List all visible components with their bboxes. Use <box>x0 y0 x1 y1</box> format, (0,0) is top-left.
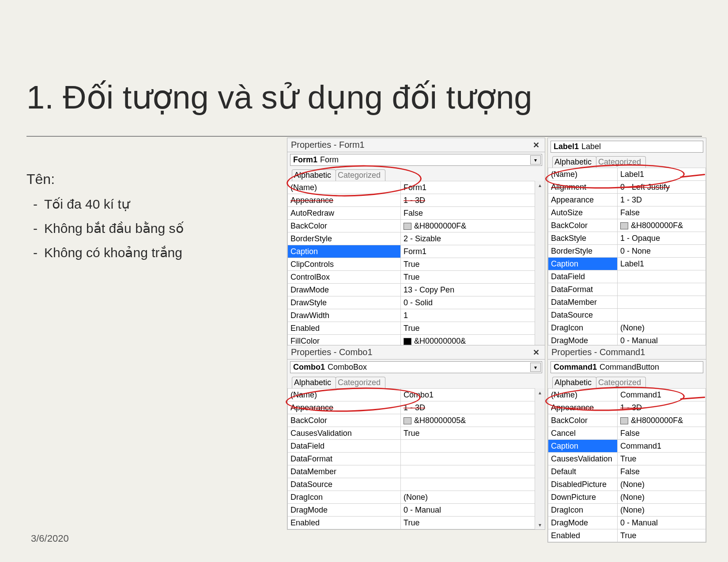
scrollbar[interactable]: ▴ ▾ <box>535 388 545 529</box>
property-row[interactable]: EnabledTrue <box>288 322 545 335</box>
property-value[interactable]: (None) <box>618 491 706 504</box>
property-value[interactable] <box>618 296 706 309</box>
property-row[interactable]: (Name)Label1 <box>548 168 706 181</box>
property-value[interactable]: &H8000000F& <box>618 414 706 427</box>
property-row[interactable]: CaptionForm1 <box>288 245 545 258</box>
property-value[interactable]: True <box>618 529 706 542</box>
property-value[interactable]: Form1 <box>401 181 545 194</box>
property-value[interactable]: (None) <box>618 322 706 334</box>
property-value[interactable]: Label1 <box>618 168 706 181</box>
property-value[interactable]: 1 - 3D <box>401 194 545 207</box>
tab-categorized[interactable]: Categorized <box>596 377 646 388</box>
property-row[interactable]: BackColor&H8000000F& <box>548 414 706 427</box>
property-row[interactable]: (Name)Command1 <box>548 389 706 401</box>
property-row[interactable]: BackStyle1 - Opaque <box>548 232 706 245</box>
property-value[interactable]: Command1 <box>618 440 706 453</box>
property-value[interactable]: 1 - 3D <box>618 401 706 414</box>
property-value[interactable] <box>618 283 706 296</box>
property-row[interactable]: DownPicture(None) <box>548 491 706 504</box>
property-value[interactable] <box>401 478 545 491</box>
scrollbar[interactable]: ▴ ▾ <box>535 181 545 360</box>
close-icon[interactable]: ✕ <box>531 348 541 357</box>
property-row[interactable]: DrawStyle0 - Solid <box>288 296 545 309</box>
property-value[interactable] <box>401 453 545 465</box>
property-value[interactable]: &H80000005& <box>401 414 545 427</box>
property-value[interactable]: (None) <box>618 504 706 517</box>
property-row[interactable]: DefaultFalse <box>548 465 706 478</box>
property-row[interactable]: Appearance1 - 3D <box>548 194 706 206</box>
property-value[interactable]: False <box>618 427 706 440</box>
property-row[interactable]: DataFormat <box>288 453 545 465</box>
property-grid[interactable]: (Name)Form1Appearance1 - 3DAutoRedrawFal… <box>287 181 545 360</box>
object-selector[interactable]: Label1 Label <box>551 141 703 153</box>
dropdown-icon[interactable]: ▾ <box>530 363 541 372</box>
property-row[interactable]: DragMode0 - Manual <box>548 517 706 529</box>
property-row[interactable]: ClipControlsTrue <box>288 258 545 271</box>
property-value[interactable]: (None) <box>618 478 706 491</box>
property-value[interactable]: True <box>401 322 545 335</box>
property-value[interactable]: 0 - None <box>618 245 706 258</box>
property-row[interactable]: BorderStyle0 - None <box>548 245 706 258</box>
property-row[interactable]: DisabledPicture(None) <box>548 478 706 491</box>
property-row[interactable]: BackColor&H8000000F& <box>288 220 545 232</box>
property-value[interactable] <box>618 270 706 283</box>
property-value[interactable]: &H8000000F& <box>618 219 706 232</box>
property-row[interactable]: CaptionCommand1 <box>548 440 706 453</box>
property-value[interactable] <box>401 440 545 453</box>
tab-alphabetic[interactable]: Alphabetic <box>292 169 336 181</box>
property-value[interactable]: True <box>401 427 545 440</box>
property-row[interactable]: Alignment0 - Left Justify <box>548 181 706 194</box>
property-row[interactable]: DataSource <box>288 478 545 491</box>
tab-alphabetic[interactable]: Alphabetic <box>552 156 596 168</box>
property-value[interactable]: 1 - 3D <box>401 401 545 414</box>
property-row[interactable]: EnabledTrue <box>288 517 545 529</box>
property-value[interactable]: (None) <box>401 491 545 504</box>
property-value[interactable] <box>618 309 706 322</box>
property-row[interactable]: DataSource <box>548 309 706 322</box>
property-row[interactable]: DataField <box>288 440 545 453</box>
property-value[interactable]: 0 - Solid <box>401 296 545 309</box>
scroll-up-icon[interactable]: ▴ <box>535 181 545 190</box>
property-value[interactable]: 2 - Sizable <box>401 232 545 245</box>
tab-categorized[interactable]: Categorized <box>336 377 385 388</box>
object-selector[interactable]: Combo1 ComboBox ▾ <box>290 361 542 373</box>
property-value[interactable]: False <box>618 465 706 478</box>
property-value[interactable]: True <box>401 517 545 529</box>
property-row[interactable]: ControlBoxTrue <box>288 271 545 284</box>
property-value[interactable]: False <box>401 207 545 220</box>
property-value[interactable]: True <box>401 258 545 271</box>
property-value[interactable]: True <box>618 453 706 465</box>
property-row[interactable]: CaptionLabel1 <box>548 258 706 270</box>
close-icon[interactable]: ✕ <box>531 140 541 150</box>
property-value[interactable]: 1 - Opaque <box>618 232 706 245</box>
property-value[interactable]: Form1 <box>401 245 545 258</box>
property-row[interactable]: DragMode0 - Manual <box>288 504 545 517</box>
property-row[interactable]: CausesValidationTrue <box>548 453 706 465</box>
property-value[interactable]: False <box>618 206 706 219</box>
property-row[interactable]: CancelFalse <box>548 427 706 440</box>
dropdown-icon[interactable]: ▾ <box>530 155 541 165</box>
property-row[interactable]: DragIcon(None) <box>548 504 706 517</box>
property-grid[interactable]: (Name)Combo1Appearance1 - 3DBackColor&H8… <box>287 388 545 529</box>
property-row[interactable]: DrawWidth1 <box>288 309 545 322</box>
property-grid[interactable]: (Name)Label1Alignment0 - Left JustifyApp… <box>548 168 706 360</box>
property-value[interactable]: 13 - Copy Pen <box>401 284 545 296</box>
property-row[interactable]: DataMember <box>288 465 545 478</box>
tab-alphabetic[interactable]: Alphabetic <box>292 377 336 388</box>
tab-categorized[interactable]: Categorized <box>596 156 646 168</box>
property-row[interactable]: DragIcon(None) <box>548 322 706 334</box>
property-value[interactable]: 1 <box>401 309 545 322</box>
property-value[interactable]: Command1 <box>618 389 706 401</box>
property-grid[interactable]: (Name)Command1Appearance1 - 3DBackColor&… <box>548 388 706 542</box>
object-selector[interactable]: Command1 CommandButton <box>551 361 703 373</box>
property-row[interactable]: Appearance1 - 3D <box>288 194 545 207</box>
property-row[interactable]: DataFormat <box>548 283 706 296</box>
tab-alphabetic[interactable]: Alphabetic <box>552 377 596 388</box>
property-row[interactable]: EnabledTrue <box>548 529 706 542</box>
property-row[interactable]: CausesValidationTrue <box>288 427 545 440</box>
scroll-up-icon[interactable]: ▴ <box>535 388 545 397</box>
property-value[interactable]: Combo1 <box>401 389 545 401</box>
property-row[interactable]: DataField <box>548 270 706 283</box>
property-value[interactable]: 1 - 3D <box>618 194 706 206</box>
property-row[interactable]: BorderStyle2 - Sizable <box>288 232 545 245</box>
